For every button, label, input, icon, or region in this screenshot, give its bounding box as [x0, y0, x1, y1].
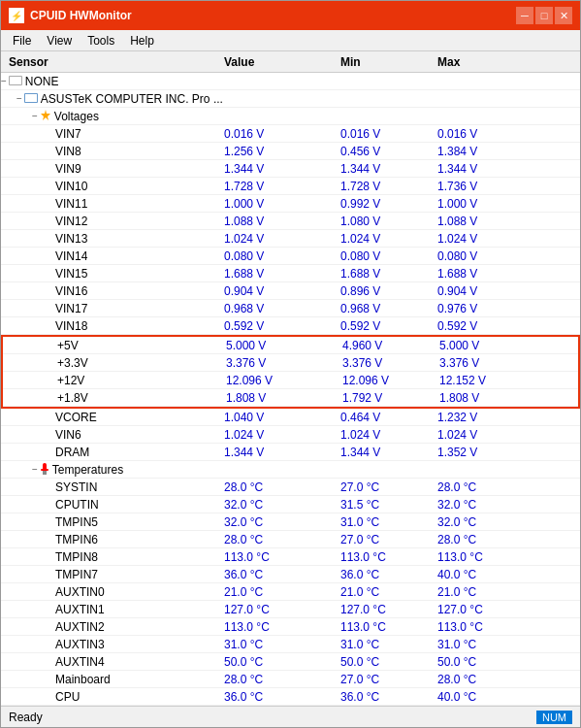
value-cell: 1.088 V: [224, 215, 340, 228]
menu-item-file[interactable]: File: [5, 32, 39, 50]
max-cell: 1.808 V: [439, 391, 536, 405]
main-window: ⚡ CPUID HWMonitor ─ □ ✕ FileViewToolsHel…: [0, 0, 581, 728]
table-row[interactable]: AUXTIN2113.0 °C113.0 °C113.0 °C: [1, 618, 580, 636]
table-row[interactable]: VIN61.024 V1.024 V1.024 V: [1, 426, 580, 444]
max-cell: 1.000 V: [437, 197, 534, 211]
max-cell: 12.152 V: [439, 374, 536, 387]
table-row[interactable]: +5V5.000 V4.960 V5.000 V: [3, 337, 578, 354]
tree-node-icon: [24, 93, 38, 105]
max-cell: 32.0 °C: [437, 498, 534, 512]
sensor-label: AUXTIN1: [55, 603, 105, 616]
value-cell: 50.0 °C: [224, 655, 340, 669]
table-row[interactable]: +1.8V1.808 V1.792 V1.808 V: [3, 389, 578, 407]
expand-icon[interactable]: −: [16, 93, 22, 104]
svg-rect-1: [10, 77, 21, 84]
max-cell: 28.0 °C: [437, 673, 534, 686]
sensor-label: VIN8: [55, 145, 81, 158]
table-row[interactable]: TMPIN628.0 °C27.0 °C28.0 °C: [1, 531, 580, 548]
value-cell: 1.344 V: [224, 162, 340, 176]
table-row[interactable]: VIN101.728 V1.728 V1.736 V: [1, 178, 580, 195]
expand-icon[interactable]: −: [32, 111, 38, 121]
table-row[interactable]: VCORE1.040 V0.464 V1.232 V: [1, 409, 580, 426]
table-row[interactable]: VIN70.016 V0.016 V0.016 V: [1, 125, 580, 143]
app-icon: ⚡: [9, 8, 24, 23]
sensor-cell: +1.8V: [3, 391, 226, 405]
sensor-cell: AUXTIN0: [1, 585, 224, 599]
sensor-label: TMPIN8: [55, 550, 98, 564]
sensor-cell: VIN9: [1, 162, 224, 176]
sensor-label: TMPIN6: [55, 533, 98, 546]
value-cell: 3.376 V: [226, 356, 342, 370]
max-cell: 1.736 V: [437, 180, 534, 193]
table-row[interactable]: CPUTIN32.0 °C31.5 °C32.0 °C: [1, 496, 580, 513]
table-row[interactable]: VIN131.024 V1.024 V1.024 V: [1, 230, 580, 248]
table-row[interactable]: −NONE: [1, 73, 580, 90]
sensor-cell: AUXTIN1: [1, 603, 224, 616]
table-row[interactable]: +12V12.096 V12.096 V12.152 V: [3, 372, 578, 389]
table-row[interactable]: AUXTIN1127.0 °C127.0 °C127.0 °C: [1, 601, 580, 618]
table-row[interactable]: TMPIN736.0 °C36.0 °C40.0 °C: [1, 566, 580, 583]
table-row[interactable]: DRAM1.344 V1.344 V1.352 V: [1, 444, 580, 461]
menu-item-tools[interactable]: Tools: [80, 32, 122, 50]
table-row[interactable]: VIN81.256 V0.456 V1.384 V: [1, 143, 580, 160]
close-button[interactable]: ✕: [555, 7, 572, 24]
window-controls: ─ □ ✕: [516, 7, 572, 24]
value-cell: 0.592 V: [224, 319, 340, 333]
minimize-button[interactable]: ─: [516, 7, 533, 24]
table-row[interactable]: VIN170.968 V0.968 V0.976 V: [1, 300, 580, 317]
menu-bar: FileViewToolsHelp: [1, 30, 580, 51]
table-row[interactable]: TMPIN8113.0 °C113.0 °C113.0 °C: [1, 548, 580, 566]
min-cell: 1.728 V: [340, 180, 437, 193]
table-row[interactable]: AUXTIN450.0 °C50.0 °C50.0 °C: [1, 653, 580, 671]
sensor-label: +3.3V: [57, 356, 88, 370]
tree-node-icon: [40, 463, 49, 477]
max-cell: 1.232 V: [437, 411, 534, 424]
value-cell: 0.904 V: [224, 284, 340, 298]
tree-node-icon: [9, 76, 22, 87]
sensor-cell: VIN11: [1, 197, 224, 211]
table-row[interactable]: TMPIN532.0 °C31.0 °C32.0 °C: [1, 513, 580, 531]
value-cell: 0.080 V: [224, 249, 340, 263]
sensor-label: VIN11: [55, 197, 87, 211]
expand-icon[interactable]: −: [32, 464, 38, 475]
table-row[interactable]: VIN160.904 V0.896 V0.904 V: [1, 282, 580, 300]
max-cell: 21.0 °C: [437, 585, 534, 599]
table-row[interactable]: VIN121.088 V1.080 V1.088 V: [1, 213, 580, 230]
sensor-label: VIN10: [55, 180, 87, 193]
table-row[interactable]: +3.3V3.376 V3.376 V3.376 V: [3, 354, 578, 372]
table-row[interactable]: −Voltages: [1, 108, 580, 125]
table-row[interactable]: AUXTIN021.0 °C21.0 °C21.0 °C: [1, 583, 580, 601]
expand-icon[interactable]: −: [1, 76, 7, 86]
table-row[interactable]: Mainboard28.0 °C27.0 °C28.0 °C: [1, 671, 580, 688]
min-cell: 0.592 V: [340, 319, 437, 333]
table-row[interactable]: −Temperatures: [1, 461, 580, 479]
table-row[interactable]: VIN180.592 V0.592 V0.592 V: [1, 317, 580, 335]
menu-item-view[interactable]: View: [39, 32, 80, 50]
sensor-cell: −NONE: [1, 75, 224, 88]
menu-item-help[interactable]: Help: [122, 32, 162, 50]
sensor-label: VIN17: [55, 302, 87, 315]
window-title: CPUID HWMonitor: [30, 9, 516, 22]
sensor-cell: VIN12: [1, 215, 224, 228]
table-row[interactable]: CPU36.0 °C36.0 °C40.0 °C: [1, 688, 580, 706]
table-row[interactable]: VIN91.344 V1.344 V1.344 V: [1, 160, 580, 178]
header-value: Value: [224, 55, 340, 69]
sensor-label: Voltages: [54, 110, 99, 123]
table-row[interactable]: AUXTIN331.0 °C31.0 °C31.0 °C: [1, 636, 580, 653]
table-row[interactable]: VIN151.688 V1.688 V1.688 V: [1, 265, 580, 282]
max-cell: 5.000 V: [439, 339, 536, 352]
content-area[interactable]: −NONE−ASUSTeK COMPUTER INC. Pro ...−Volt…: [1, 73, 580, 706]
value-cell: 31.0 °C: [224, 638, 340, 651]
table-row[interactable]: SYSTIN28.0 °C27.0 °C28.0 °C: [1, 479, 580, 496]
max-cell: 1.024 V: [437, 428, 534, 442]
table-row[interactable]: VIN140.080 V0.080 V0.080 V: [1, 248, 580, 265]
table-row[interactable]: VIN111.000 V0.992 V1.000 V: [1, 195, 580, 213]
status-text: Ready: [9, 711, 43, 724]
max-cell: 1.024 V: [437, 232, 534, 246]
sensor-cell: VIN18: [1, 319, 224, 333]
table-row[interactable]: −ASUSTeK COMPUTER INC. Pro ...: [1, 90, 580, 108]
min-cell: 31.0 °C: [340, 638, 437, 651]
sensor-cell: VIN15: [1, 267, 224, 281]
sensor-cell: AUXTIN4: [1, 655, 224, 669]
maximize-button[interactable]: □: [535, 7, 553, 24]
